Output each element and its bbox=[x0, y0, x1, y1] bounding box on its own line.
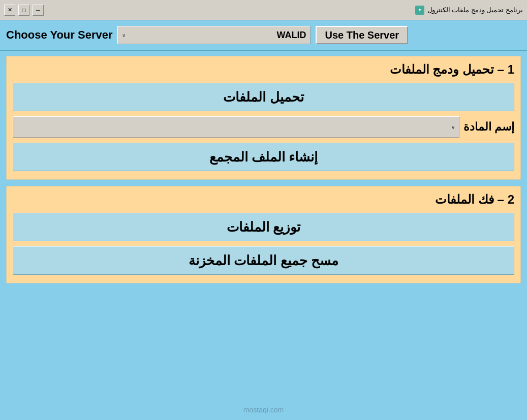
close-button[interactable]: ✕ bbox=[4, 5, 15, 16]
section2-title: 2 – فك الملفات bbox=[13, 192, 514, 207]
section1-content: تحميل الملفات إسم المادة ∨ إنشاء الملف ا… bbox=[13, 83, 514, 171]
main-content: 1 – تحميل ودمج الملفات تحميل الملفات إسم… bbox=[0, 51, 527, 288]
server-dropdown[interactable]: ∨ WALID bbox=[117, 26, 311, 44]
material-label: إسم المادة bbox=[463, 120, 514, 134]
watermark: mostaqi.com bbox=[243, 406, 284, 414]
dropdown-arrow-icon: ∨ bbox=[122, 33, 126, 38]
use-server-button[interactable]: Use The Server bbox=[316, 26, 408, 44]
clear-all-files-button[interactable]: مسح جميع الملفات المخزنة bbox=[13, 246, 514, 275]
material-row: إسم المادة ∨ bbox=[13, 116, 514, 138]
section1-box: 1 – تحميل ودمج الملفات تحميل الملفات إسم… bbox=[6, 56, 521, 180]
create-merged-file-button[interactable]: إنشاء الملف المجمع bbox=[13, 143, 514, 171]
window-controls: ✕ □ ─ bbox=[4, 5, 44, 16]
material-dropdown-arrow-icon: ∨ bbox=[451, 124, 455, 130]
app-icon: ✦ bbox=[415, 6, 424, 15]
title-bar: ✕ □ ─ برنامج تحميل ودمج ملفات الكنترول ✦ bbox=[0, 0, 527, 20]
material-dropdown[interactable]: ∨ bbox=[13, 116, 459, 138]
section2-content: توزيع الملفات مسح جميع الملفات المخزنة bbox=[13, 213, 514, 275]
upload-files-button[interactable]: تحميل الملفات bbox=[13, 83, 514, 111]
section1-title: 1 – تحميل ودمج الملفات bbox=[13, 62, 514, 77]
distribute-files-button[interactable]: توزيع الملفات bbox=[13, 213, 514, 241]
maximize-button[interactable]: □ bbox=[18, 5, 29, 16]
server-selected-value: WALID bbox=[126, 30, 306, 41]
section2-box: 2 – فك الملفات توزيع الملفات مسح جميع ال… bbox=[6, 186, 521, 283]
toolbar: Choose Your Server ∨ WALID Use The Serve… bbox=[0, 20, 527, 51]
choose-server-label: Choose Your Server bbox=[6, 28, 112, 42]
minimize-button[interactable]: ─ bbox=[33, 5, 44, 16]
title-text: برنامج تحميل ودمج ملفات الكنترول bbox=[427, 6, 523, 14]
title-bar-text: برنامج تحميل ودمج ملفات الكنترول ✦ bbox=[415, 6, 523, 15]
